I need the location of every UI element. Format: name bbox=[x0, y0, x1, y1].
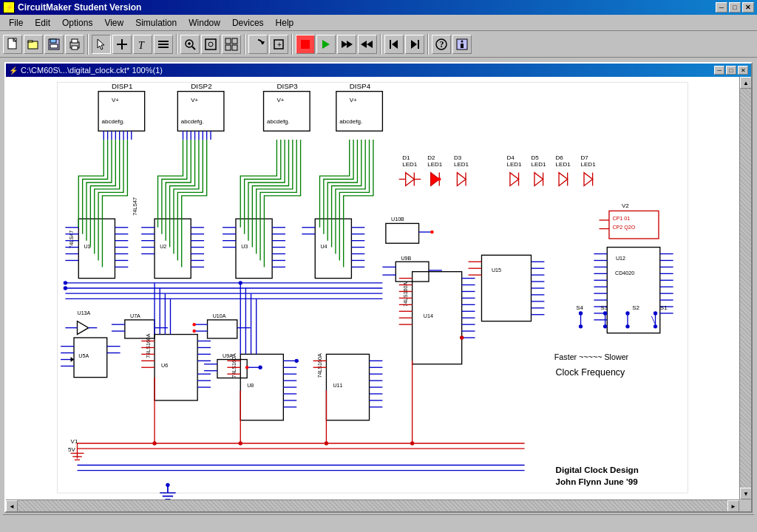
status-bar bbox=[3, 514, 754, 529]
svg-marker-30 bbox=[322, 40, 330, 49]
svg-line-19 bbox=[192, 47, 195, 50]
menu-simulation[interactable]: Simulation bbox=[129, 16, 183, 30]
separator-3 bbox=[244, 34, 245, 55]
doc-close-button[interactable]: ✕ bbox=[738, 66, 748, 75]
svg-text:LED1: LED1 bbox=[402, 161, 418, 168]
scroll-up-button[interactable]: ▲ bbox=[740, 77, 751, 89]
svg-point-186 bbox=[192, 323, 195, 326]
menu-devices[interactable]: Devices bbox=[226, 16, 270, 30]
menu-view[interactable]: View bbox=[98, 16, 129, 30]
svg-text:U14: U14 bbox=[424, 313, 433, 319]
svg-text:LED1: LED1 bbox=[454, 161, 469, 168]
svg-text:D4: D4 bbox=[506, 154, 515, 161]
svg-text:74LS47: 74LS47 bbox=[132, 197, 138, 216]
svg-point-314 bbox=[654, 324, 657, 328]
scroll-left-button[interactable]: ◄ bbox=[6, 500, 18, 511]
doc-minimize-button[interactable]: ─ bbox=[714, 66, 724, 75]
help-button[interactable]: ? bbox=[432, 35, 451, 54]
svg-text:DISP1: DISP1 bbox=[112, 82, 132, 90]
svg-text:U15: U15 bbox=[492, 267, 501, 273]
svg-text:S4: S4 bbox=[576, 304, 583, 311]
svg-point-322 bbox=[603, 324, 607, 328]
svg-rect-5 bbox=[50, 44, 58, 48]
svg-point-369 bbox=[295, 359, 299, 363]
svg-rect-29 bbox=[301, 40, 310, 49]
document-window: ⚡ C:\CM60S\...\digital_clock.ckt* 100%(1… bbox=[4, 62, 753, 513]
svg-text:U2: U2 bbox=[160, 244, 166, 250]
open-button[interactable] bbox=[24, 35, 43, 54]
menu-edit[interactable]: Edit bbox=[29, 16, 56, 30]
svg-text:Digital Clock Design: Digital Clock Design bbox=[556, 465, 639, 474]
vertical-scrollbar[interactable]: ▲ ▼ bbox=[739, 77, 751, 499]
bus-button[interactable] bbox=[154, 35, 173, 54]
doc-maximize-button[interactable]: □ bbox=[726, 66, 736, 75]
doc-title: C:\CM60S\...\digital_clock.ckt* 100%(1) bbox=[21, 66, 163, 75]
svg-point-360 bbox=[239, 441, 242, 445]
add-text-button[interactable]: T bbox=[133, 35, 152, 54]
svg-point-363 bbox=[460, 335, 464, 339]
scroll-track-h[interactable] bbox=[18, 500, 727, 511]
step-button[interactable] bbox=[337, 35, 356, 54]
stop-button[interactable] bbox=[296, 35, 315, 54]
svg-point-325 bbox=[579, 311, 583, 315]
back-step-button[interactable] bbox=[358, 35, 377, 54]
svg-text:T: T bbox=[138, 40, 145, 51]
svg-text:CD4020: CD4020 bbox=[615, 270, 634, 276]
svg-text:U12: U12 bbox=[616, 256, 625, 262]
svg-point-326 bbox=[579, 324, 583, 328]
about-button[interactable] bbox=[452, 35, 472, 54]
separator-4 bbox=[291, 34, 293, 55]
zoom-out-button[interactable] bbox=[222, 35, 241, 54]
svg-point-365 bbox=[64, 286, 67, 290]
svg-marker-36 bbox=[392, 40, 398, 49]
svg-point-362 bbox=[410, 441, 414, 445]
separator-2 bbox=[176, 34, 177, 55]
print-button[interactable] bbox=[65, 35, 84, 54]
svg-text:LED1: LED1 bbox=[556, 161, 571, 168]
scroll-down-button[interactable]: ▼ bbox=[740, 488, 751, 499]
svg-point-364 bbox=[64, 281, 67, 284]
menu-options[interactable]: Options bbox=[56, 16, 98, 30]
schematic-canvas: DISP1 V+ abcdefg. DISP2 V+ abcdefg. bbox=[6, 77, 751, 511]
scroll-right-button[interactable]: ► bbox=[727, 500, 739, 511]
svg-text:D7: D7 bbox=[581, 154, 589, 161]
svg-point-87 bbox=[438, 177, 441, 180]
menu-window[interactable]: Window bbox=[183, 16, 226, 30]
svg-point-193 bbox=[245, 366, 248, 369]
svg-text:V2: V2 bbox=[622, 202, 629, 209]
new-button[interactable] bbox=[3, 35, 22, 54]
svg-rect-22 bbox=[225, 38, 231, 44]
menu-file[interactable]: File bbox=[3, 16, 29, 30]
place-part-button[interactable]: + bbox=[269, 35, 288, 54]
zoom-in-button[interactable] bbox=[180, 35, 200, 54]
svg-rect-37 bbox=[418, 40, 419, 49]
scroll-track-v[interactable] bbox=[740, 89, 751, 488]
svg-rect-14 bbox=[158, 44, 169, 45]
svg-point-317 bbox=[625, 311, 629, 315]
svg-text:74LS160A: 74LS160A bbox=[403, 282, 409, 307]
minimize-button[interactable]: ─ bbox=[716, 2, 727, 13]
svg-marker-31 bbox=[342, 41, 347, 48]
svg-text:U7A: U7A bbox=[130, 313, 140, 319]
svg-text:V+: V+ bbox=[276, 97, 284, 103]
svg-text:U8: U8 bbox=[247, 383, 254, 389]
prev-page-button[interactable] bbox=[384, 35, 404, 54]
menu-help[interactable]: Help bbox=[270, 16, 300, 30]
svg-text:U6: U6 bbox=[161, 363, 168, 369]
select-button[interactable] bbox=[92, 35, 111, 54]
svg-rect-25 bbox=[232, 45, 237, 50]
svg-text:CP1 01: CP1 01 bbox=[612, 216, 630, 222]
add-wire-button[interactable] bbox=[112, 35, 132, 54]
close-button[interactable]: ✕ bbox=[742, 2, 754, 13]
maximize-button[interactable]: □ bbox=[729, 2, 741, 13]
svg-text:DISP4: DISP4 bbox=[350, 82, 371, 90]
svg-text:V+: V+ bbox=[112, 97, 119, 103]
svg-text:D5: D5 bbox=[532, 154, 540, 161]
rotate-button[interactable] bbox=[248, 35, 268, 54]
zoom-window-button[interactable] bbox=[201, 35, 220, 54]
save-button[interactable] bbox=[44, 35, 64, 54]
next-page-button[interactable] bbox=[405, 35, 424, 54]
horizontal-scrollbar[interactable]: ◄ ► bbox=[6, 499, 739, 511]
run-button[interactable] bbox=[316, 35, 336, 54]
svg-text:LED1: LED1 bbox=[581, 161, 597, 168]
